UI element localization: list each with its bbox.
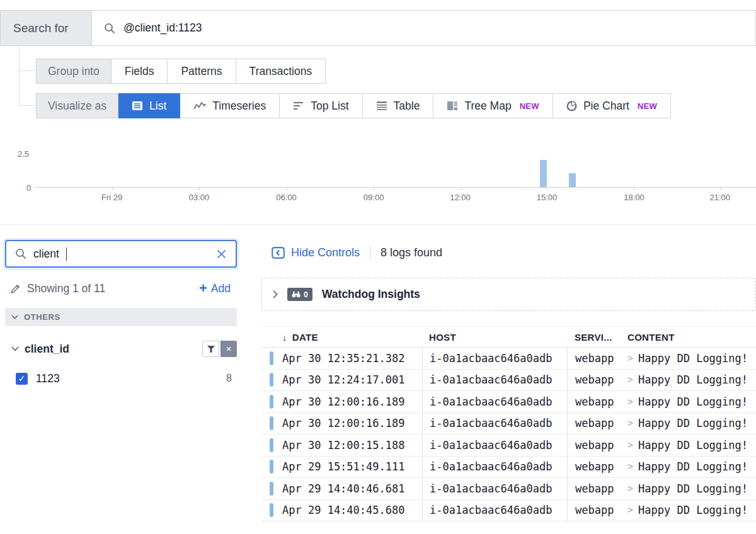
visualize-as-label: Visualize as [36,93,118,118]
log-content: > Happy DD Logging! [626,439,756,452]
tab-pie-chart[interactable]: Pie Chart NEW [553,93,671,118]
log-content: > Happy DD Logging! [626,460,756,473]
log-content: > Happy DD Logging! [626,352,756,365]
new-badge: NEW [520,101,539,111]
x-axis-tick [720,187,721,190]
watchdog-count-badge: 0 [287,288,312,301]
status-cell [261,391,282,412]
plus-icon: + [199,281,207,295]
log-service: webapp [567,348,626,369]
log-row[interactable]: Apr 29 14:40:45.680 i-0a1acbaac646a0adb … [261,500,756,522]
hide-controls-button[interactable]: Hide Controls [272,246,360,259]
facet-actions: ✕ [202,341,237,357]
expand-chevron-icon: > [627,461,633,472]
list-icon [132,100,143,111]
tab-transactions[interactable]: Transactions [236,59,326,84]
log-host: i-0a1acbaac646a0adb [422,435,567,456]
binoculars-icon [292,291,301,298]
search-bar: Search for @client_id:1123 [0,10,756,46]
search-icon [104,23,115,34]
status-cell [261,370,282,391]
log-content: > Happy DD Logging! [626,504,756,516]
tab-timeseries[interactable]: Timeseries [180,93,280,118]
column-header-content[interactable]: CONTENT [626,332,756,343]
tab-label: Pie Chart [583,99,629,113]
log-row[interactable]: Apr 29 14:40:46.681 i-0a1acbaac646a0adb … [261,478,756,500]
log-timeline-chart[interactable]: 2.5 0 Fri 2903:0006:0009:0012:0015:0018:… [0,151,756,211]
log-message: Happy DD Logging! [638,460,748,473]
chart-plot-area[interactable]: Fri 2903:0006:0009:0012:0015:0018:0021:0… [35,151,756,188]
tab-tree-map[interactable]: Tree Map NEW [433,93,553,118]
column-header-service[interactable]: SERVI... [567,332,626,343]
status-cell [261,478,282,499]
status-pill [270,373,273,387]
status-cell [261,500,282,521]
x-axis-tick-label: 09:00 [364,193,384,202]
checkbox-checked[interactable]: ✓ [16,373,28,385]
watchdog-insights-bar[interactable]: 0 Watchdog Insights [261,278,756,311]
status-cell [261,348,282,369]
search-icon [15,248,26,259]
facet-client-id[interactable]: client_id ✕ [5,340,237,358]
x-axis-tick [547,187,547,190]
close-icon: ✕ [226,345,231,353]
logs-explorer: Search for @client_id:1123 Group into Fi… [0,0,756,534]
pencil-icon [10,283,21,294]
log-service: webapp [567,391,626,412]
sort-desc-icon: ↓ [282,332,287,343]
log-row[interactable]: Apr 30 12:00:15.188 i-0a1acbaac646a0adb … [261,435,756,457]
column-header-date[interactable]: ↓ DATE [282,332,422,343]
group-into-row: Group into Fields Patterns Transactions [36,59,326,84]
tab-list[interactable]: List [118,93,180,118]
clear-search-icon[interactable] [216,249,227,259]
tree-connector [20,71,36,71]
tab-fields[interactable]: Fields [112,59,168,84]
chart-bar[interactable] [540,160,547,187]
log-host: i-0a1acbaac646a0adb [422,348,567,369]
log-date: Apr 30 12:35:21.382 [282,352,422,365]
expand-chevron-icon: > [627,483,633,494]
filter-facet-button[interactable] [202,341,219,357]
tab-top-list[interactable]: Top List [280,93,362,118]
facet-name: client_id [25,343,69,356]
timeseries-icon [193,101,206,111]
status-pill [270,482,273,496]
log-date: Apr 30 12:00:15.188 [282,439,422,452]
tab-table[interactable]: Table [363,93,434,118]
log-table: ↓ DATE HOST SERVI... CONTENT Apr 30 12:3… [261,326,756,521]
log-row[interactable]: Apr 29 15:51:49.111 i-0a1acbaac646a0adb … [261,457,756,479]
log-row[interactable]: Apr 30 12:00:16.189 i-0a1acbaac646a0adb … [261,391,756,413]
facet-value-row[interactable]: ✓ 1123 8 [5,368,237,389]
x-axis-tick-label: 12:00 [450,193,471,202]
facet-meta-row: Showing 1 of 11 + Add [5,281,237,295]
facet-section-others[interactable]: OTHERS [5,308,237,326]
log-date: Apr 30 12:00:16.189 [282,395,422,408]
log-date: Apr 29 14:40:45.680 [282,504,422,516]
chevron-down-icon [11,346,19,351]
log-host: i-0a1acbaac646a0adb [422,413,567,435]
log-row[interactable]: Apr 30 12:35:21.382 i-0a1acbaac646a0adb … [261,348,756,370]
facet-value-list: ✓ 1123 8 [5,368,237,389]
log-row[interactable]: Apr 30 12:00:16.189 i-0a1acbaac646a0adb … [261,413,756,435]
log-row[interactable]: Apr 30 12:24:17.001 i-0a1acbaac646a0adb … [261,370,756,392]
vertical-divider [370,245,370,260]
watchdog-count: 0 [304,290,308,299]
log-message: Happy DD Logging! [638,352,748,365]
top-list-icon [293,101,304,111]
log-rows: Apr 30 12:35:21.382 i-0a1acbaac646a0adb … [261,348,756,521]
column-header-host[interactable]: HOST [422,332,567,343]
log-content: > Happy DD Logging! [626,482,756,495]
status-pill [270,351,273,365]
chart-bar[interactable] [569,173,576,187]
log-host: i-0a1acbaac646a0adb [422,457,567,478]
log-date: Apr 30 12:00:16.189 [282,417,422,429]
search-input[interactable]: @client_id:1123 [92,10,756,46]
facet-search-input[interactable]: client [5,240,237,268]
remove-facet-button[interactable]: ✕ [220,341,237,357]
log-content: > Happy DD Logging! [626,395,756,408]
tab-patterns[interactable]: Patterns [168,59,236,84]
text-cursor [66,247,67,261]
add-facet-button[interactable]: + Add [199,281,237,295]
search-query: @client_id:1123 [123,21,202,35]
x-axis-tick-label: Fri 29 [101,193,122,202]
